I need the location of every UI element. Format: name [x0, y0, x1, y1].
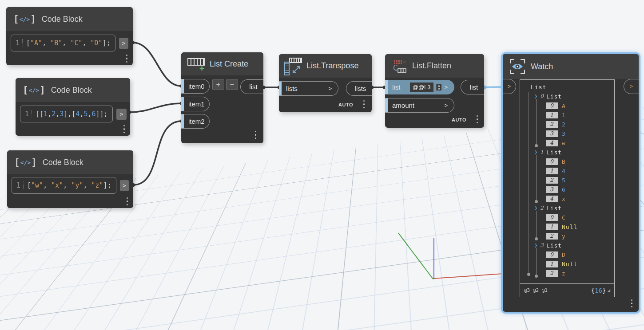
watch-group-header: ❯3List — [534, 241, 614, 250]
item-value: w — [562, 138, 566, 148]
watch-item: 36 — [546, 185, 614, 194]
lacing-indicator: AUTO — [338, 102, 353, 107]
node-header[interactable]: [</>] Code Block — [6, 7, 133, 31]
input-port-lists[interactable]: lists > — [279, 81, 338, 96]
code-editor[interactable]: 1 ["w", "x", "y", "z"]; — [12, 177, 116, 194]
code-token-number: 1 — [44, 110, 48, 118]
code-token-string: "D" — [91, 39, 103, 47]
item-index-badge: 0 — [546, 158, 558, 165]
code-token-punct: , — [56, 110, 60, 118]
node-header[interactable]: Watch — [503, 54, 639, 79]
context-menu-icon[interactable] — [477, 115, 478, 124]
node-header[interactable]: List.Transpose — [279, 54, 372, 78]
group-index: 0 — [540, 92, 544, 101]
brace-open: { — [591, 287, 595, 294]
node-title: Code Block — [43, 158, 83, 167]
code-token-string: "y" — [71, 181, 83, 189]
line-number: 1 — [16, 39, 23, 47]
output-port-button[interactable]: > — [119, 38, 128, 49]
port-marker — [181, 114, 184, 128]
chevron-down-icon[interactable]: ∨ — [438, 87, 441, 90]
remove-input-button[interactable]: − — [226, 79, 238, 90]
code-editor[interactable]: 1 [[1,2,3],[4,5,6]]; — [20, 106, 113, 122]
dynamo-canvas[interactable]: { "canvas": { "background": "#f4f5f7", "… — [0, 0, 644, 330]
code-block-node-1: [</>] Code Block 1 ["A", "B", "C", "D"];… — [6, 7, 133, 65]
watch-output-port[interactable]: > — [624, 79, 639, 94]
output-port-button[interactable]: > — [120, 180, 129, 191]
watch-tree-groups: ❯0List0A1122334w❯1List0B1425364x❯2List0C… — [531, 92, 614, 278]
tree-guide-line — [536, 248, 537, 276]
input-port-item0[interactable]: item0 — [181, 79, 210, 94]
item-index-badge: 4 — [546, 196, 558, 202]
code-token-string: "w" — [31, 181, 43, 189]
level-spinner[interactable]: ∧ ∨ — [436, 84, 442, 90]
code-token-number: 2 — [52, 110, 56, 118]
list-flatten-node: n List.Flatten list @@L3 ∧ ∨ > amount > … — [385, 54, 484, 128]
wire-codeblock3-to-item2[interactable] — [131, 119, 183, 187]
tree-guide-line — [536, 99, 537, 146]
watch-item: 0C — [546, 213, 614, 222]
wire-codeblock2-to-item1[interactable] — [127, 102, 183, 114]
code-block-icon: [</>] — [14, 157, 37, 168]
watch-input-port[interactable]: > — [503, 79, 516, 94]
wire-codeblock1-to-item0[interactable] — [131, 41, 183, 88]
watch-item: 2y — [546, 232, 614, 241]
watch-item: 4w — [546, 138, 614, 148]
port-marker — [181, 97, 184, 111]
chevron-right-icon: > — [328, 85, 332, 92]
code-token-punct: , — [42, 39, 50, 47]
wire-transpose-to-flatten[interactable] — [370, 86, 386, 89]
resize-grip[interactable]: ◢ — [607, 287, 610, 293]
list-create-node: + List Create item0 item1 item2 + − list — [181, 52, 263, 143]
context-menu-icon[interactable] — [123, 125, 125, 134]
context-menu-icon[interactable] — [127, 197, 128, 206]
code-block-node-2: [</>] Code Block 1 [[1,2,3],[4,5,6]]; > — [16, 78, 130, 136]
port-marker — [181, 79, 184, 93]
watch-item: 14 — [546, 166, 614, 176]
chevron-right-icon: > — [444, 84, 448, 90]
item-value: Null — [562, 222, 577, 232]
input-port-item1[interactable]: item1 — [181, 97, 210, 111]
context-menu-icon[interactable] — [126, 55, 128, 63]
item-index-badge: 1 — [546, 112, 558, 118]
watch-group: ❯1List0B1425364x — [531, 148, 614, 204]
code-editor[interactable]: 1 ["A", "B", "C", "D"]; — [11, 35, 115, 51]
add-input-button[interactable]: + — [212, 79, 224, 90]
input-port-amount[interactable]: amount > — [385, 98, 454, 113]
port-label: item2 — [188, 118, 205, 125]
group-index: 1 — [540, 148, 544, 157]
node-title: Code Block — [42, 15, 83, 24]
item-value: B — [562, 157, 566, 166]
output-port-lists[interactable]: lists — [346, 81, 372, 96]
item-value: 2 — [562, 120, 566, 129]
watch-item: 0A — [546, 101, 614, 110]
node-header[interactable]: + List Create — [181, 52, 263, 75]
watch-item: 25 — [546, 176, 614, 185]
root-label: List — [531, 82, 546, 92]
item-index-badge: 4 — [546, 140, 558, 146]
output-port-list[interactable]: list — [461, 80, 484, 94]
watch-item: 4x — [546, 194, 614, 204]
node-header[interactable]: [</>] Code Block — [16, 78, 130, 102]
list-level-badge[interactable]: @@L3 — [410, 82, 433, 92]
wire-listcreate-to-transpose[interactable] — [262, 86, 281, 89]
item-index-badge: 2 — [546, 233, 558, 240]
context-menu-icon[interactable] — [363, 100, 365, 109]
output-port-list[interactable]: list — [240, 79, 263, 94]
output-port-button[interactable]: > — [116, 109, 127, 120]
context-menu-icon[interactable] — [631, 299, 633, 308]
node-header[interactable]: n List.Flatten — [385, 54, 484, 78]
input-port-item2[interactable]: item2 — [181, 114, 210, 129]
group-label: List — [546, 148, 562, 157]
watch-node: Watch > > List ❯0List0A1122334w❯1List0B1… — [501, 52, 640, 314]
item-value: 1 — [562, 110, 566, 120]
node-header[interactable]: [</>] Code Block — [7, 150, 133, 174]
input-port-list[interactable]: list @@L3 ∧ ∨ > — [385, 80, 454, 94]
item-value: C — [562, 213, 566, 222]
tree-guide-line — [536, 155, 537, 202]
context-menu-icon[interactable] — [255, 131, 257, 139]
item-index-badge: 0 — [546, 214, 558, 221]
list-flatten-icon: n — [391, 59, 407, 73]
node-title: Code Block — [51, 86, 92, 95]
watch-group-header: ❯0List — [534, 92, 614, 101]
